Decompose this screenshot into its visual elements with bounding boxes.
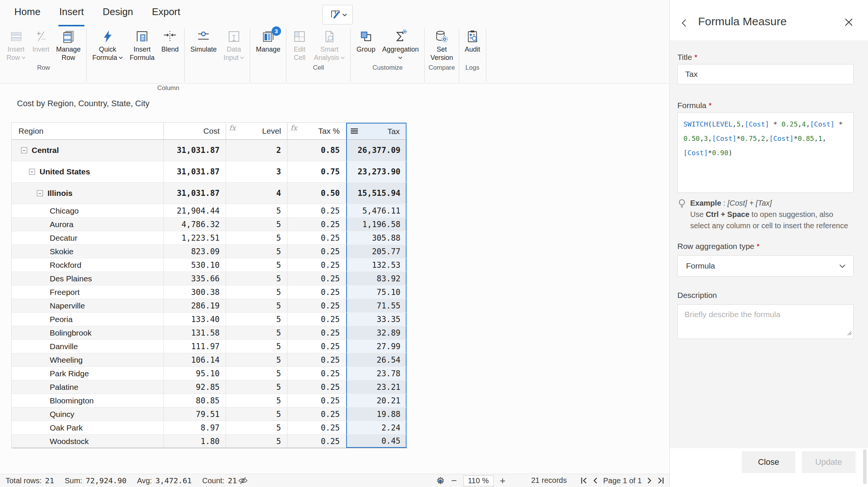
- cell-cost[interactable]: 80.85: [164, 394, 226, 407]
- cell-region[interactable]: Oak Park: [12, 421, 164, 434]
- cell-tax[interactable]: 20.21: [346, 394, 406, 407]
- cell-tax[interactable]: 15,515.94: [346, 183, 406, 204]
- cell-cost[interactable]: 530.10: [164, 258, 226, 272]
- cell-taxpct[interactable]: 0.25: [287, 313, 346, 326]
- table-row[interactable]: Decatur1,223.5150.25305.88: [12, 231, 407, 245]
- cell-tax[interactable]: 5,476.11: [346, 204, 406, 217]
- table-row[interactable]: Chicago21,904.4450.255,476.11: [12, 204, 407, 218]
- cell-level[interactable]: 5: [226, 435, 287, 448]
- cell-cost[interactable]: 106.14: [164, 353, 226, 366]
- cell-taxpct[interactable]: 0.25: [287, 299, 346, 312]
- cell-tax[interactable]: 23.21: [346, 380, 406, 394]
- tab-insert[interactable]: Insert: [59, 6, 84, 26]
- table-row[interactable]: −Illinois31,031.8740.5015,515.94: [12, 183, 407, 204]
- cell-taxpct[interactable]: 0.25: [287, 380, 346, 394]
- cell-region[interactable]: Chicago: [12, 204, 164, 217]
- cell-region[interactable]: Palatine: [12, 380, 164, 394]
- audit-button[interactable]: Audit: [462, 27, 484, 62]
- cell-taxpct[interactable]: 0.25: [287, 326, 346, 339]
- cell-region[interactable]: Peoria: [12, 313, 164, 326]
- cell-level[interactable]: 2: [226, 140, 287, 161]
- cell-cost[interactable]: 300.38: [164, 285, 226, 299]
- close-button[interactable]: Close: [742, 451, 795, 473]
- cell-cost[interactable]: 335.66: [164, 272, 226, 285]
- cell-level[interactable]: 5: [226, 272, 287, 285]
- cell-taxpct[interactable]: 0.25: [287, 231, 346, 244]
- group-button[interactable]: Group: [353, 27, 379, 62]
- zoom-level-input[interactable]: [463, 475, 494, 486]
- cell-level[interactable]: 5: [226, 421, 287, 434]
- cell-region[interactable]: Danville: [12, 340, 164, 353]
- cell-taxpct[interactable]: 0.25: [287, 394, 346, 407]
- tab-design[interactable]: Design: [102, 6, 133, 26]
- quick-formula-button[interactable]: QuickFormula: [89, 27, 126, 62]
- settings-gear-icon[interactable]: ⚙: [436, 476, 445, 485]
- cell-cost[interactable]: 8.97: [164, 421, 226, 434]
- table-row[interactable]: Peoria133.4050.2533.35: [12, 313, 407, 326]
- cell-region[interactable]: Freeport: [12, 285, 164, 299]
- cell-level[interactable]: 5: [226, 394, 287, 407]
- cell-taxpct[interactable]: 0.25: [287, 353, 346, 366]
- collapse-toggle-icon[interactable]: −: [37, 190, 43, 196]
- cell-region[interactable]: Park Ridge: [12, 367, 164, 380]
- cell-region[interactable]: Woodstock: [12, 435, 164, 448]
- cell-region[interactable]: −Illinois: [12, 183, 164, 204]
- cell-level[interactable]: 5: [226, 408, 287, 421]
- manage-row-button[interactable]: ManageRow: [53, 27, 84, 62]
- cell-region[interactable]: Quincy: [12, 408, 164, 421]
- table-row[interactable]: Freeport300.3850.2575.10: [12, 285, 407, 299]
- last-page-button[interactable]: [656, 476, 665, 485]
- cell-level[interactable]: 5: [226, 340, 287, 353]
- panel-scrollbar[interactable]: [863, 449, 866, 484]
- table-row[interactable]: Bloomington80.8550.2520.21: [12, 394, 407, 408]
- description-textarea[interactable]: [677, 304, 854, 339]
- column-header-level[interactable]: fxLevel: [226, 123, 287, 139]
- column-header-cost[interactable]: Cost: [164, 123, 226, 139]
- resize-handle-icon[interactable]: [846, 330, 852, 337]
- cell-taxpct[interactable]: 0.75: [287, 161, 346, 182]
- cell-region[interactable]: Bolingbrook: [12, 326, 164, 339]
- table-row[interactable]: Woodstock1.8050.250.45: [12, 435, 407, 448]
- cell-cost[interactable]: 111.97: [164, 340, 226, 353]
- table-row[interactable]: Rockford530.1050.25132.53: [12, 258, 407, 272]
- cell-region[interactable]: Decatur: [12, 231, 164, 244]
- manage-button[interactable]: 3Manage: [252, 27, 284, 62]
- cell-cost[interactable]: 21,904.44: [164, 204, 226, 217]
- cell-tax[interactable]: 26.54: [346, 353, 406, 366]
- next-page-button[interactable]: [646, 476, 653, 485]
- cell-tax[interactable]: 2.24: [346, 421, 406, 434]
- close-icon[interactable]: [844, 17, 854, 27]
- cell-taxpct[interactable]: 0.50: [287, 183, 346, 204]
- cell-region[interactable]: −United States: [12, 161, 164, 182]
- cell-taxpct[interactable]: 0.25: [287, 421, 346, 434]
- cell-taxpct[interactable]: 0.25: [287, 285, 346, 299]
- previous-page-button[interactable]: [592, 476, 599, 485]
- cell-tax[interactable]: 26,377.09: [346, 140, 406, 161]
- cell-taxpct[interactable]: 0.25: [287, 204, 346, 217]
- cell-level[interactable]: 5: [226, 313, 287, 326]
- cell-tax[interactable]: 205.77: [346, 245, 406, 258]
- table-row[interactable]: Quincy79.5150.2519.88: [12, 408, 407, 421]
- table-row[interactable]: Danville111.9750.2527.99: [12, 340, 407, 353]
- table-row[interactable]: Skokie823.0950.25205.77: [12, 245, 407, 258]
- column-header-region[interactable]: Region: [12, 123, 164, 139]
- table-row[interactable]: Aurora4,786.3250.251,196.58: [12, 218, 407, 231]
- cell-region[interactable]: Des Plaines: [12, 272, 164, 285]
- cell-level[interactable]: 5: [226, 380, 287, 394]
- edit-table-dropdown[interactable]: [322, 5, 353, 24]
- cell-cost[interactable]: 31,031.87: [164, 161, 226, 182]
- cell-tax[interactable]: 75.10: [346, 285, 406, 299]
- cell-level[interactable]: 5: [226, 218, 287, 231]
- cell-taxpct[interactable]: 0.25: [287, 340, 346, 353]
- cell-cost[interactable]: 31,031.87: [164, 140, 226, 161]
- cell-taxpct[interactable]: 0.25: [287, 435, 346, 448]
- cell-cost[interactable]: 1.80: [164, 435, 226, 448]
- cell-level[interactable]: 5: [226, 245, 287, 258]
- cell-level[interactable]: 5: [226, 299, 287, 312]
- column-header-tax[interactable]: fxTax %: [287, 123, 346, 139]
- aggregation-button[interactable]: Aggregation: [379, 27, 422, 62]
- cell-tax[interactable]: 305.88: [346, 231, 406, 244]
- table-row[interactable]: −Central31,031.8720.8526,377.09: [12, 140, 407, 161]
- cell-level[interactable]: 5: [226, 353, 287, 366]
- column-header-tax[interactable]: Tax: [346, 123, 406, 139]
